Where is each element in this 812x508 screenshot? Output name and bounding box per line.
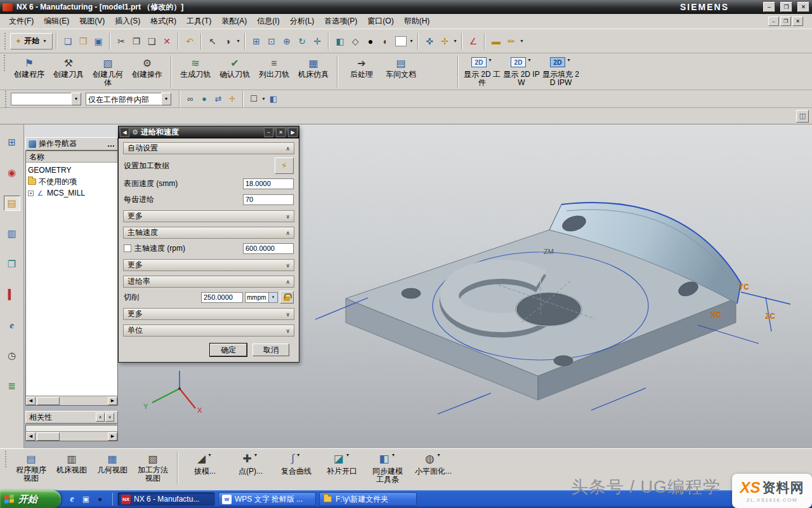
menu-tools[interactable]: 工具(T) — [181, 14, 216, 29]
selection-scope-value[interactable]: 仅在工作部件内部 — [86, 93, 162, 105]
save-icon[interactable]: ▣ — [91, 34, 106, 49]
machine-simulation-button[interactable]: ▦ 机床仿真 — [294, 55, 333, 88]
facet-body-button[interactable]: ◍▾ 小平面化... — [410, 451, 456, 488]
dropdown-caret-icon[interactable]: ▾ — [261, 96, 266, 102]
palettes-icon[interactable]: ≣ — [4, 378, 20, 394]
expand-section-icon[interactable]: ∨ — [285, 262, 290, 269]
menu-window[interactable]: 窗口(O) — [362, 14, 398, 29]
shaded-view-icon[interactable]: ◧ — [332, 34, 348, 49]
face-analysis-icon[interactable]: ◐ — [378, 34, 393, 49]
machining-method-view-button[interactable]: ▧ 加工方法视图 — [133, 451, 173, 488]
collapse-up-icon[interactable]: ∧ — [96, 413, 105, 422]
menu-view[interactable]: 视图(V) — [74, 14, 110, 29]
web-browser-icon[interactable]: e — [4, 318, 20, 333]
overflow-menu[interactable]: … — [107, 140, 115, 149]
selection-type-filter-combo[interactable]: ▾ — [11, 93, 81, 105]
menu-analysis[interactable]: 分析(L) — [285, 14, 320, 29]
wireframe-view-icon[interactable]: ◇ — [348, 34, 363, 49]
show-solid-icon[interactable]: ◧ — [266, 92, 280, 106]
scroll-left-button[interactable]: ◀ — [26, 397, 36, 405]
pan-icon[interactable]: ✛ — [310, 34, 325, 49]
navigator-header[interactable]: 操作导航器 … — [25, 137, 118, 150]
selection-cursor-icon[interactable]: ↖ — [205, 34, 220, 49]
tree-item-mcs-mill[interactable]: + ∠ MCS_MILL — [28, 187, 115, 199]
panel-collapse-icon[interactable]: ◫ — [796, 110, 809, 123]
qq-icon[interactable]: ● — [95, 494, 105, 505]
dropdown-caret-icon[interactable]: ▾ — [487, 57, 493, 63]
part-navigator-icon[interactable]: ▥ — [4, 226, 20, 241]
taskbar-item-nx[interactable]: NX NX 6 - Manufactu... — [117, 492, 215, 506]
menu-help[interactable]: 帮助(H) — [399, 14, 435, 29]
more-bar[interactable]: 更多 ∨ — [123, 210, 294, 222]
dropdown-caret-icon[interactable]: ▾ — [207, 452, 213, 458]
units-bar[interactable]: 单位 ∨ — [123, 324, 294, 337]
collapse-section-icon[interactable]: ∧ — [285, 230, 290, 236]
internet-explorer-icon[interactable]: e — [67, 494, 77, 505]
spindle-speed-input[interactable] — [243, 243, 294, 254]
collapse-down-icon[interactable]: ∨ — [105, 413, 114, 422]
operation-navigator-icon[interactable]: ▤ — [4, 196, 20, 211]
undo-icon[interactable]: ↶ — [182, 34, 197, 49]
dependencies-header[interactable]: 相关性 ∧ ∨ — [25, 411, 118, 424]
draft-button[interactable]: ◢▾ 拔模... — [182, 451, 228, 488]
more-bar[interactable]: 更多 ∨ — [123, 308, 294, 320]
mdi-restore-button[interactable]: ❐ — [780, 17, 791, 26]
new-file-icon[interactable]: ❏ — [60, 34, 75, 49]
mdi-minimize-button[interactable]: – — [768, 17, 779, 26]
dropdown-caret-icon[interactable]: ▾ — [566, 57, 572, 63]
tree-item-unused[interactable]: 不使用的项 — [28, 176, 115, 187]
delete-icon[interactable]: ✕ — [159, 34, 174, 49]
generate-toolpath-button[interactable]: ≋ 生成刀轨 — [176, 55, 215, 88]
show-2d-ipw-button[interactable]: 2D ▾ 显示 2D IPW — [502, 55, 541, 88]
taskbar-item-wps[interactable]: W WPS 文字 抢鲜版 ... — [218, 492, 316, 506]
show-filled-2d-ipw-button[interactable]: 2D ▾ 显示填充 2D IPW — [541, 55, 580, 88]
dropdown-caret-icon[interactable]: ▾ — [161, 93, 171, 105]
cut-icon[interactable]: ✂ — [114, 34, 129, 49]
dialog-forward-button[interactable]: ▶ — [288, 128, 298, 137]
expand-section-icon[interactable]: ∨ — [285, 311, 290, 318]
scrollbar-thumb[interactable] — [37, 432, 60, 441]
toolbar-grip[interactable] — [4, 33, 8, 50]
dropdown-caret-icon[interactable]: ▾ — [71, 93, 81, 105]
postprocess-button[interactable]: ➔ 后处理 — [342, 55, 381, 88]
composite-curve-button[interactable]: ∫▾ 复合曲线 — [273, 451, 319, 488]
start-menu-button[interactable]: ✦ 开始 ▾ — [10, 33, 53, 50]
paste-icon[interactable]: ❑ — [144, 34, 159, 49]
dropdown-caret-icon[interactable]: ▾ — [345, 452, 351, 458]
dropdown-caret-icon[interactable]: ▾ — [527, 57, 532, 63]
maximize-button[interactable]: ❐ — [780, 2, 792, 12]
scrollbar-thumb[interactable] — [37, 397, 60, 405]
mdi-close-button[interactable]: ✕ — [792, 17, 803, 26]
list-toolpath-button[interactable]: ≡ 列出刀轨 — [254, 55, 294, 88]
scroll-left-button[interactable]: ◀ — [26, 432, 36, 441]
dialog-titlebar[interactable]: ◀ ⚙ 进给和速度 − ✕ ▶ — [118, 126, 299, 138]
menu-insert[interactable]: 插入(S) — [110, 14, 145, 29]
create-geometry-button[interactable]: ▧ 创建几何体 — [88, 55, 128, 88]
dropdown-caret-icon[interactable]: ▾ — [436, 452, 442, 458]
show-desktop-icon[interactable]: ▣ — [81, 494, 91, 505]
expand-toggle[interactable]: + — [28, 190, 34, 196]
feed-lock-button[interactable] — [280, 291, 294, 304]
true-shading-icon[interactable]: ● — [363, 34, 378, 49]
expand-section-icon[interactable]: ∨ — [285, 328, 290, 334]
toolbar-grip[interactable] — [5, 91, 8, 107]
horizontal-scrollbar[interactable]: ◀ ▶ — [26, 396, 117, 405]
menu-edit[interactable]: 编辑(E) — [39, 14, 74, 29]
swap-direction-icon[interactable]: ⇄ — [211, 92, 225, 106]
feed-per-tooth-input[interactable] — [243, 194, 294, 205]
part-model[interactable] — [315, 203, 790, 414]
menu-file[interactable]: 文件(F) — [4, 14, 39, 29]
menu-format[interactable]: 格式(R) — [145, 14, 181, 29]
program-order-view-button[interactable]: ▤ 程序顺序视图 — [11, 451, 51, 488]
selection-scope-combo[interactable]: 仅在工作部件内部 ▾ — [86, 93, 171, 105]
taskbar-item-folder[interactable]: F:\y\新建文件夹 — [319, 492, 417, 506]
surface-speed-input[interactable] — [243, 178, 294, 189]
dropdown-caret-icon[interactable]: ▾ — [519, 38, 525, 44]
start-button[interactable]: 开始 — [0, 490, 61, 508]
dropdown-caret-icon[interactable]: ▾ — [235, 38, 241, 44]
ok-button[interactable]: 确定 — [210, 344, 247, 356]
feed-unit-combo[interactable]: mmpm ▾ — [245, 292, 278, 303]
dialog-minimize-button[interactable]: − — [264, 128, 273, 137]
scroll-right-button[interactable]: ▶ — [108, 397, 117, 405]
snap-sphere-icon[interactable]: ● — [197, 92, 211, 106]
